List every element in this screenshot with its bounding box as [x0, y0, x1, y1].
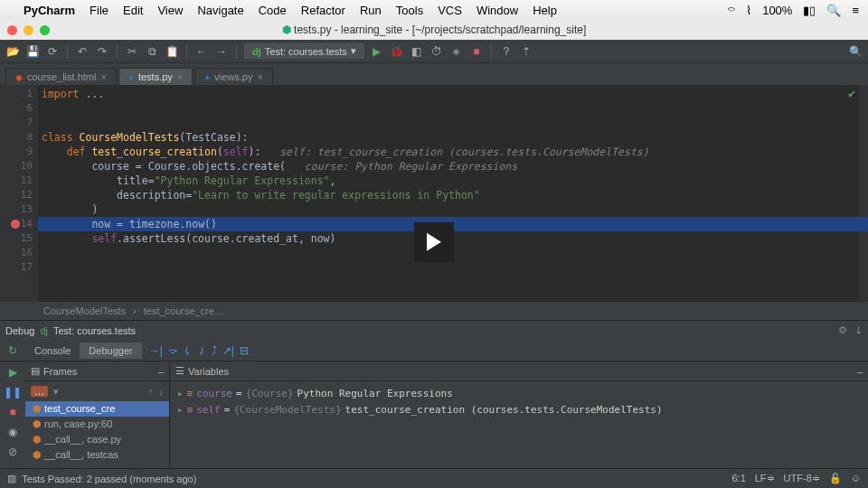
- forward-icon[interactable]: →: [214, 44, 229, 59]
- editor-tabs: ◆course_list.html× ●tests.py× ●views.py×: [0, 63, 868, 85]
- menu-edit[interactable]: Edit: [123, 4, 143, 17]
- line-sep[interactable]: LF≑: [755, 473, 775, 484]
- tab-debugger[interactable]: Debugger: [80, 343, 141, 359]
- open-icon[interactable]: 📂: [5, 44, 20, 59]
- tab-console[interactable]: Console: [25, 343, 80, 359]
- debug-tabs: ↻ Console Debugger →| ⤼ ⤹ ⤸ ⤴ ↗| ⊟: [0, 340, 868, 361]
- main-toolbar: 📂 💾 ⟳ ↶ ↷ ✂ ⧉ 📋 ← → djTest: courses.test…: [0, 40, 868, 63]
- prev-frame-icon[interactable]: ↑: [148, 386, 154, 397]
- video-play-overlay[interactable]: [414, 222, 454, 262]
- deploy-icon[interactable]: ⇡: [519, 44, 533, 59]
- force-step-into-icon[interactable]: ⤸: [197, 344, 206, 357]
- battery-icon[interactable]: ▮▯: [803, 4, 816, 17]
- help-icon[interactable]: ?: [499, 44, 514, 59]
- menu-navigate[interactable]: Navigate: [197, 4, 243, 17]
- debug-config: Test: courses.tests: [53, 325, 136, 336]
- run-config-selector[interactable]: djTest: courses.tests▾: [244, 43, 364, 59]
- show-exec-icon[interactable]: →|: [149, 344, 163, 357]
- encoding[interactable]: UTF-8≑: [784, 473, 820, 484]
- menu-window[interactable]: Window: [476, 4, 518, 17]
- menu-code[interactable]: Code: [259, 4, 287, 17]
- frames-list[interactable]: ⬢ test_course_cre⬢ run, case.py:60⬢ __ca…: [25, 401, 169, 463]
- mute-breakpoints-icon[interactable]: ⊘: [5, 445, 20, 459]
- menu-run[interactable]: Run: [360, 4, 382, 17]
- menu-help[interactable]: Help: [533, 4, 557, 17]
- stop-icon[interactable]: ■: [5, 405, 20, 419]
- close-icon[interactable]: ×: [257, 71, 262, 82]
- close-icon[interactable]: ×: [100, 71, 106, 82]
- battery[interactable]: 100%: [762, 4, 792, 17]
- copy-icon[interactable]: ⧉: [145, 44, 159, 59]
- coverage-icon[interactable]: ◧: [410, 44, 424, 59]
- save-icon[interactable]: 💾: [25, 44, 40, 59]
- paste-icon[interactable]: 📋: [165, 44, 179, 59]
- lock-icon[interactable]: 🔓: [829, 473, 842, 484]
- pause-icon[interactable]: ❚❚: [5, 385, 20, 399]
- frames-icon: ▤: [31, 365, 40, 377]
- caret-position[interactable]: 6:1: [731, 473, 745, 484]
- profile-icon[interactable]: ⏱: [429, 44, 444, 59]
- variable-row[interactable]: ▸ ≡ self = {CourseModelTests} test_cours…: [177, 401, 861, 418]
- close-icon[interactable]: ×: [177, 71, 183, 82]
- debug-label: Debug: [5, 325, 34, 336]
- frame-item[interactable]: ⬢ __call__, case.py: [25, 432, 169, 447]
- menu-vcs[interactable]: VCS: [438, 4, 462, 17]
- minimize-icon[interactable]: –: [158, 366, 164, 377]
- sync-icon[interactable]: ⟳: [45, 44, 60, 59]
- app-name[interactable]: PyCharm: [24, 4, 75, 17]
- view-breakpoints-icon[interactable]: ◉: [5, 425, 20, 439]
- menu-tools[interactable]: Tools: [396, 4, 423, 17]
- tab-views[interactable]: ●views.py×: [194, 68, 273, 85]
- menu-view[interactable]: View: [157, 4, 183, 17]
- frame-item[interactable]: ⬢ run, case.py:60: [25, 417, 169, 432]
- cut-icon[interactable]: ✂: [125, 44, 139, 59]
- wifi-icon[interactable]: ⌇: [746, 4, 751, 17]
- evaluate-icon[interactable]: ⊟: [240, 344, 249, 357]
- next-frame-icon[interactable]: ↓: [159, 386, 165, 397]
- breadcrumb[interactable]: CourseModelTests›test_course_cre…: [0, 302, 868, 320]
- spotlight-icon[interactable]: 🔍: [826, 4, 841, 17]
- run-icon[interactable]: ▶: [370, 44, 384, 59]
- thread-selector[interactable]: …: [31, 386, 48, 397]
- tab-tests[interactable]: ●tests.py×: [118, 68, 193, 85]
- menu-file[interactable]: File: [90, 4, 108, 17]
- scrollbar[interactable]: [859, 85, 868, 302]
- rerun-icon[interactable]: ↻: [0, 344, 25, 357]
- gutter[interactable]: 167891011121314151617: [0, 85, 38, 302]
- inspection-ok-icon: ✔: [848, 87, 855, 101]
- macos-menubar: PyCharm File Edit View Navigate Code Ref…: [0, 0, 868, 20]
- variable-row[interactable]: ▸ ≡ course = {Course} Python Regular Exp…: [177, 385, 861, 401]
- tab-course-list[interactable]: ◆course_list.html×: [5, 68, 117, 85]
- window-titlebar: ⬢ tests.py - learning_site - [~/projects…: [0, 20, 868, 40]
- airdrop-icon[interactable]: ⌔: [728, 4, 735, 17]
- code-area[interactable]: ✔ import ...class CourseModelTests(TestC…: [38, 85, 868, 302]
- frame-item[interactable]: ⬢ test_course_cre: [25, 401, 169, 417]
- back-icon[interactable]: ←: [194, 44, 209, 59]
- status-message: Tests Passed: 2 passed (moments ago): [22, 474, 196, 484]
- hide-icon[interactable]: ⤓: [854, 324, 863, 336]
- variables-list[interactable]: ▸ ≡ course = {Course} Python Regular Exp…: [170, 381, 868, 421]
- stop-icon[interactable]: ■: [469, 44, 484, 59]
- menu-icon[interactable]: ≡: [852, 4, 859, 17]
- step-over-icon[interactable]: ⤼: [168, 344, 177, 357]
- toolwindows-icon[interactable]: ▥: [7, 473, 16, 484]
- step-out-icon[interactable]: ⤴: [212, 344, 217, 357]
- frame-item[interactable]: ⬢ __call__, testcas: [25, 447, 169, 463]
- search-icon[interactable]: 🔍: [848, 44, 863, 59]
- resume-icon[interactable]: ▶: [5, 365, 20, 380]
- settings-icon[interactable]: ⚙: [838, 324, 847, 336]
- debug-icon[interactable]: 🐞: [390, 44, 404, 59]
- minimize-icon[interactable]: –: [857, 366, 863, 377]
- traffic-lights[interactable]: [0, 25, 50, 35]
- statusbar: ▥ Tests Passed: 2 passed (moments ago) 6…: [0, 468, 868, 488]
- vars-icon: ☰: [175, 365, 184, 377]
- redo-icon[interactable]: ↷: [95, 44, 109, 59]
- undo-icon[interactable]: ↶: [75, 44, 90, 59]
- debug-toolwindow-header: Debug dj Test: courses.tests ⚙ ⤓: [0, 320, 868, 340]
- editor[interactable]: 167891011121314151617 ✔ import ...class …: [0, 85, 868, 302]
- hector-icon[interactable]: ☺: [851, 473, 861, 484]
- menu-refactor[interactable]: Refactor: [301, 4, 345, 17]
- run-to-cursor-icon[interactable]: ↗|: [222, 344, 234, 357]
- concurrency-icon[interactable]: ⎈: [449, 44, 464, 59]
- step-into-icon[interactable]: ⤹: [183, 344, 192, 357]
